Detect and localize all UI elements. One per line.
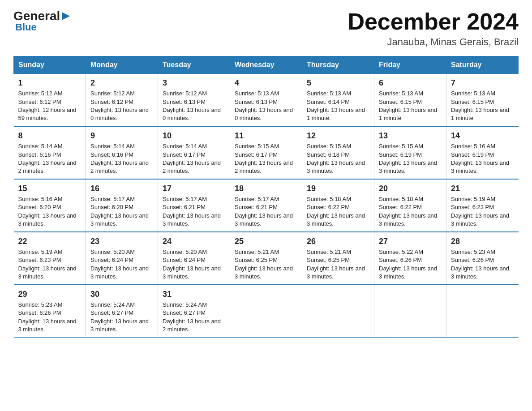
calendar-cell: 28Sunrise: 5:23 AMSunset: 6:26 PMDayligh… xyxy=(446,232,519,285)
day-number: 25 xyxy=(235,236,297,247)
header-saturday: Saturday xyxy=(446,56,519,74)
month-title: December 2024 xyxy=(348,9,519,34)
calendar-cell: 11Sunrise: 5:15 AMSunset: 6:17 PMDayligh… xyxy=(230,126,302,179)
day-detail: Sunrise: 5:16 AMSunset: 6:20 PMDaylight:… xyxy=(18,195,82,228)
header-friday: Friday xyxy=(374,56,446,74)
day-number: 2 xyxy=(90,77,153,89)
day-number: 19 xyxy=(307,183,369,194)
day-detail: Sunrise: 5:17 AMSunset: 6:21 PMDaylight:… xyxy=(163,195,225,228)
calendar-week-row: 15Sunrise: 5:16 AMSunset: 6:20 PMDayligh… xyxy=(14,179,519,232)
calendar-cell: 3Sunrise: 5:12 AMSunset: 6:13 PMDaylight… xyxy=(158,74,230,126)
calendar-cell: 22Sunrise: 5:19 AMSunset: 6:23 PMDayligh… xyxy=(14,232,86,285)
calendar-week-row: 1Sunrise: 5:12 AMSunset: 6:12 PMDaylight… xyxy=(14,74,519,126)
day-number: 10 xyxy=(163,130,225,141)
calendar-cell: 16Sunrise: 5:17 AMSunset: 6:20 PMDayligh… xyxy=(86,179,158,232)
day-number: 18 xyxy=(235,183,297,194)
calendar-cell: 5Sunrise: 5:13 AMSunset: 6:14 PMDaylight… xyxy=(302,74,374,126)
calendar-cell: 9Sunrise: 5:14 AMSunset: 6:16 PMDaylight… xyxy=(86,126,158,179)
day-detail: Sunrise: 5:23 AMSunset: 6:26 PMDaylight:… xyxy=(18,301,82,334)
calendar-cell: 29Sunrise: 5:23 AMSunset: 6:26 PMDayligh… xyxy=(14,285,86,337)
day-number: 20 xyxy=(379,183,442,194)
day-detail: Sunrise: 5:15 AMSunset: 6:19 PMDaylight:… xyxy=(379,142,442,175)
calendar-cell: 15Sunrise: 5:16 AMSunset: 6:20 PMDayligh… xyxy=(14,179,86,232)
svg-marker-0 xyxy=(62,12,70,20)
calendar-cell: 31Sunrise: 5:24 AMSunset: 6:27 PMDayligh… xyxy=(158,285,230,337)
day-number: 24 xyxy=(163,236,225,247)
calendar-cell: 1Sunrise: 5:12 AMSunset: 6:12 PMDaylight… xyxy=(14,74,86,126)
calendar-cell xyxy=(302,285,374,337)
calendar-week-row: 29Sunrise: 5:23 AMSunset: 6:26 PMDayligh… xyxy=(14,285,519,337)
calendar-cell: 10Sunrise: 5:14 AMSunset: 6:17 PMDayligh… xyxy=(158,126,230,179)
day-detail: Sunrise: 5:17 AMSunset: 6:21 PMDaylight:… xyxy=(235,195,297,228)
day-number: 3 xyxy=(163,77,225,89)
title-area: December 2024 Janauba, Minas Gerais, Bra… xyxy=(348,9,519,48)
calendar-cell xyxy=(230,285,302,337)
day-number: 5 xyxy=(307,77,369,89)
day-number: 11 xyxy=(235,130,297,141)
header-tuesday: Tuesday xyxy=(158,56,230,74)
day-number: 8 xyxy=(18,130,82,141)
day-number: 31 xyxy=(163,289,225,300)
day-detail: Sunrise: 5:14 AMSunset: 6:17 PMDaylight:… xyxy=(163,142,225,175)
calendar-cell: 4Sunrise: 5:13 AMSunset: 6:13 PMDaylight… xyxy=(230,74,302,126)
day-detail: Sunrise: 5:18 AMSunset: 6:22 PMDaylight:… xyxy=(307,195,369,228)
day-number: 17 xyxy=(163,183,225,194)
day-number: 23 xyxy=(90,236,153,247)
page-header: General Blue December 2024 Janauba, Mina… xyxy=(13,9,519,48)
day-detail: Sunrise: 5:23 AMSunset: 6:26 PMDaylight:… xyxy=(451,248,514,281)
calendar-week-row: 22Sunrise: 5:19 AMSunset: 6:23 PMDayligh… xyxy=(14,232,519,285)
header-wednesday: Wednesday xyxy=(230,56,302,74)
calendar-cell xyxy=(446,285,519,337)
calendar-cell: 23Sunrise: 5:20 AMSunset: 6:24 PMDayligh… xyxy=(86,232,158,285)
calendar-cell: 24Sunrise: 5:20 AMSunset: 6:24 PMDayligh… xyxy=(158,232,230,285)
day-detail: Sunrise: 5:13 AMSunset: 6:14 PMDaylight:… xyxy=(307,90,369,122)
day-detail: Sunrise: 5:12 AMSunset: 6:13 PMDaylight:… xyxy=(163,90,225,122)
header-thursday: Thursday xyxy=(302,56,374,74)
day-number: 1 xyxy=(18,77,82,89)
day-number: 21 xyxy=(451,183,514,194)
day-number: 6 xyxy=(379,77,442,89)
day-number: 12 xyxy=(307,130,369,141)
day-detail: Sunrise: 5:13 AMSunset: 6:15 PMDaylight:… xyxy=(379,90,442,122)
day-detail: Sunrise: 5:24 AMSunset: 6:27 PMDaylight:… xyxy=(90,301,153,334)
calendar-cell: 7Sunrise: 5:13 AMSunset: 6:15 PMDaylight… xyxy=(446,74,519,126)
day-detail: Sunrise: 5:14 AMSunset: 6:16 PMDaylight:… xyxy=(90,142,153,175)
day-detail: Sunrise: 5:21 AMSunset: 6:25 PMDaylight:… xyxy=(307,248,369,281)
calendar-cell: 19Sunrise: 5:18 AMSunset: 6:22 PMDayligh… xyxy=(302,179,374,232)
calendar-header-row: SundayMondayTuesdayWednesdayThursdayFrid… xyxy=(14,56,519,74)
day-number: 26 xyxy=(307,236,369,247)
calendar-cell: 27Sunrise: 5:22 AMSunset: 6:26 PMDayligh… xyxy=(374,232,446,285)
day-number: 30 xyxy=(90,289,153,300)
day-detail: Sunrise: 5:12 AMSunset: 6:12 PMDaylight:… xyxy=(90,90,153,122)
day-detail: Sunrise: 5:18 AMSunset: 6:22 PMDaylight:… xyxy=(379,195,442,228)
day-detail: Sunrise: 5:20 AMSunset: 6:24 PMDaylight:… xyxy=(90,248,153,281)
day-number: 28 xyxy=(451,236,514,247)
calendar-cell: 6Sunrise: 5:13 AMSunset: 6:15 PMDaylight… xyxy=(374,74,446,126)
location-subtitle: Janauba, Minas Gerais, Brazil xyxy=(348,36,519,48)
logo-blue: Blue xyxy=(15,21,37,33)
day-detail: Sunrise: 5:15 AMSunset: 6:18 PMDaylight:… xyxy=(307,142,369,175)
day-detail: Sunrise: 5:24 AMSunset: 6:27 PMDaylight:… xyxy=(163,301,225,334)
day-detail: Sunrise: 5:19 AMSunset: 6:23 PMDaylight:… xyxy=(18,248,82,281)
day-number: 27 xyxy=(379,236,442,247)
calendar-cell: 21Sunrise: 5:19 AMSunset: 6:23 PMDayligh… xyxy=(446,179,519,232)
day-detail: Sunrise: 5:13 AMSunset: 6:13 PMDaylight:… xyxy=(235,90,297,122)
day-detail: Sunrise: 5:13 AMSunset: 6:15 PMDaylight:… xyxy=(451,90,514,122)
calendar-cell xyxy=(374,285,446,337)
day-detail: Sunrise: 5:21 AMSunset: 6:25 PMDaylight:… xyxy=(235,248,297,281)
day-number: 14 xyxy=(451,130,514,141)
day-detail: Sunrise: 5:16 AMSunset: 6:19 PMDaylight:… xyxy=(451,142,514,175)
logo-triangle-icon xyxy=(61,11,71,21)
calendar-cell: 8Sunrise: 5:14 AMSunset: 6:16 PMDaylight… xyxy=(14,126,86,179)
day-number: 13 xyxy=(379,130,442,141)
calendar-cell: 30Sunrise: 5:24 AMSunset: 6:27 PMDayligh… xyxy=(86,285,158,337)
day-number: 22 xyxy=(18,236,82,247)
day-detail: Sunrise: 5:20 AMSunset: 6:24 PMDaylight:… xyxy=(163,248,225,281)
calendar-cell: 25Sunrise: 5:21 AMSunset: 6:25 PMDayligh… xyxy=(230,232,302,285)
header-monday: Monday xyxy=(86,56,158,74)
day-number: 29 xyxy=(18,289,82,300)
day-detail: Sunrise: 5:17 AMSunset: 6:20 PMDaylight:… xyxy=(90,195,153,228)
calendar-cell: 2Sunrise: 5:12 AMSunset: 6:12 PMDaylight… xyxy=(86,74,158,126)
calendar-cell: 18Sunrise: 5:17 AMSunset: 6:21 PMDayligh… xyxy=(230,179,302,232)
calendar-cell: 20Sunrise: 5:18 AMSunset: 6:22 PMDayligh… xyxy=(374,179,446,232)
